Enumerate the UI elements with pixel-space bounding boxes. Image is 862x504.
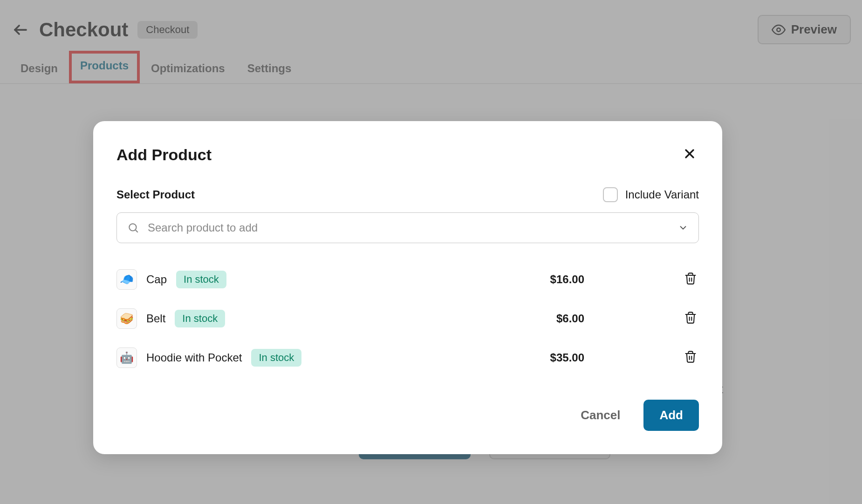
product-row: 🤖 Hoodie with Pocket In stock $35.00 bbox=[116, 338, 699, 377]
product-name: Cap bbox=[146, 273, 167, 286]
svg-point-4 bbox=[129, 224, 136, 231]
trash-icon bbox=[684, 350, 697, 363]
product-price: $16.00 bbox=[550, 273, 584, 286]
modal-title: Add Product bbox=[116, 146, 212, 164]
close-icon bbox=[682, 146, 697, 161]
delete-product-button[interactable] bbox=[682, 348, 699, 367]
chevron-down-icon bbox=[678, 223, 688, 233]
trash-icon bbox=[684, 272, 697, 285]
search-input[interactable] bbox=[148, 221, 670, 234]
search-product-combobox[interactable] bbox=[116, 212, 699, 243]
trash-icon bbox=[684, 311, 697, 324]
product-image: 🧢 bbox=[116, 269, 137, 290]
product-name: Belt bbox=[146, 312, 165, 325]
include-variant-label: Include Variant bbox=[625, 188, 699, 201]
stock-badge: In stock bbox=[175, 310, 225, 327]
product-image: 🥪 bbox=[116, 308, 137, 329]
search-icon bbox=[127, 222, 139, 234]
product-image: 🤖 bbox=[116, 347, 137, 368]
stock-badge: In stock bbox=[251, 349, 301, 367]
add-product-modal: Add Product Select Product Include Varia… bbox=[93, 121, 722, 454]
product-row: 🥪 Belt In stock $6.00 bbox=[116, 299, 699, 338]
product-name: Hoodie with Pocket bbox=[146, 351, 242, 364]
svg-line-5 bbox=[136, 230, 138, 232]
select-product-label: Select Product bbox=[116, 188, 195, 201]
close-button[interactable] bbox=[680, 144, 699, 165]
stock-badge: In stock bbox=[176, 271, 226, 288]
add-button[interactable]: Add bbox=[643, 400, 699, 431]
cancel-button[interactable]: Cancel bbox=[576, 402, 625, 429]
product-row: 🧢 Cap In stock $16.00 bbox=[116, 260, 699, 299]
product-price: $6.00 bbox=[556, 312, 584, 325]
product-price: $35.00 bbox=[550, 351, 584, 364]
delete-product-button[interactable] bbox=[682, 270, 699, 289]
delete-product-button[interactable] bbox=[682, 309, 699, 328]
include-variant-checkbox[interactable] bbox=[603, 187, 618, 202]
